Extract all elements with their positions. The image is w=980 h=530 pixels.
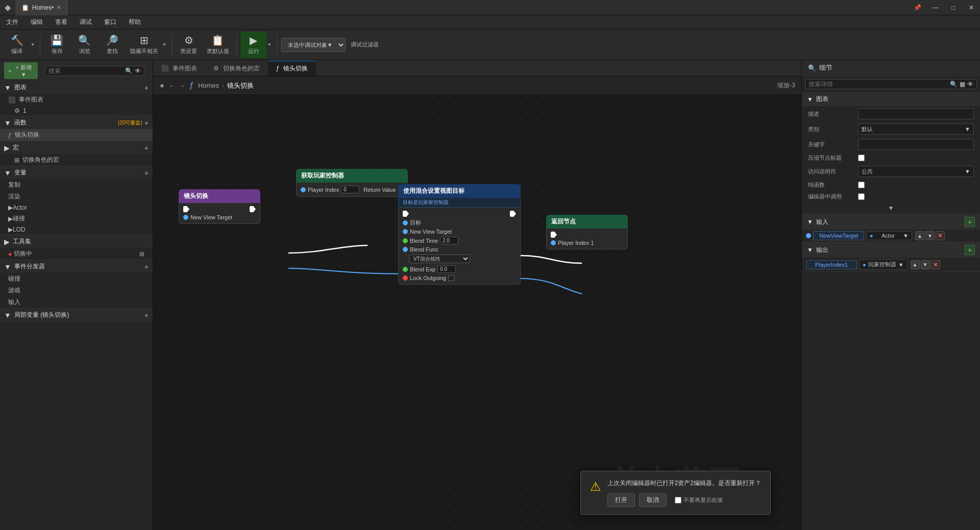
toolkit-header[interactable]: ▶ 工具集 — [0, 235, 153, 248]
compact-title-label: 压缩节点标题 — [808, 154, 854, 162]
hide-arrow[interactable]: ▼ — [161, 42, 167, 47]
input-type-pin — [806, 233, 811, 238]
output-name-field[interactable]: PlayerIndex1 — [806, 260, 857, 269]
run-arrow[interactable]: ▼ — [266, 42, 273, 47]
input-row-1: NewViewTarget ● Actor ▼ ▲ ▼ ✕ — [802, 230, 980, 242]
menu-help[interactable]: 帮助 — [127, 17, 143, 28]
rp-graph-header[interactable]: ▼ 图表 — [802, 92, 980, 106]
output-delete-button[interactable]: ✕ — [931, 260, 940, 269]
menu-file[interactable]: 文件 — [4, 17, 20, 28]
editor-call-checkbox[interactable] — [858, 193, 865, 200]
output-add-button[interactable]: + — [965, 245, 975, 255]
camera-switch-function-item[interactable]: ƒ 镜头切换 — [0, 129, 153, 141]
star-icon[interactable]: ★ — [159, 82, 165, 89]
input-up-button[interactable]: ▲ — [915, 231, 924, 240]
function-header[interactable]: ▼ 函数 (20可覆盖) + — [0, 116, 153, 129]
minimize-button[interactable]: — — [926, 0, 944, 15]
function-add-icon[interactable]: + — [144, 119, 149, 127]
input-add-button[interactable]: + — [965, 217, 975, 227]
ed-game-item[interactable]: 游戏 — [0, 285, 153, 296]
debug-select[interactable]: 未选中调试对象▼ — [281, 38, 346, 52]
output-down-button[interactable]: ▼ — [921, 260, 930, 269]
input-name-field[interactable]: NewViewTarget — [813, 231, 864, 240]
menu-view[interactable]: 查看 — [53, 17, 69, 28]
keywords-input[interactable] — [858, 139, 974, 150]
blend-func-select[interactable]: VT混合线性 — [409, 255, 470, 263]
find-button[interactable]: 🔎 查找 — [100, 32, 125, 58]
eye-icon[interactable]: 👁 — [967, 81, 973, 88]
switching-item[interactable]: ● 切换中 ⊞ — [0, 248, 153, 260]
main-tab[interactable]: 📋 Homes• ✕ — [15, 0, 67, 15]
dialog-cancel-button[interactable]: 取消 — [639, 493, 667, 507]
switch-role-macro-item[interactable]: ⊞ 切换角色的宏 — [0, 154, 153, 166]
pin-button[interactable]: 📌 — [909, 0, 926, 15]
render-var-item[interactable]: 渲染 — [0, 191, 153, 203]
ed-input-item[interactable]: 输入 — [0, 296, 153, 308]
pure-func-checkbox[interactable] — [858, 182, 865, 188]
collision-var-item[interactable]: ▶ 碰撞 — [0, 213, 153, 224]
grid-icon[interactable]: ▦ — [960, 81, 965, 88]
blend-time-input[interactable] — [440, 237, 458, 244]
event-dispatcher-header[interactable]: ▼ 事件分发器 + — [0, 260, 153, 273]
menu-window[interactable]: 窗口 — [102, 17, 118, 28]
tab-switch-role[interactable]: ⚙ 切换角色的宏 — [205, 61, 267, 76]
input-down-button[interactable]: ▼ — [925, 231, 935, 240]
event-graph-item[interactable]: ⬛ 事件图表 — [0, 94, 153, 106]
variable-header[interactable]: ▼ 变量 + — [0, 166, 153, 179]
event-dispatcher-add-icon[interactable]: + — [144, 263, 149, 271]
class-defaults-button[interactable]: 📋 类默认值 — [204, 32, 232, 58]
graph-add-icon[interactable]: + — [144, 84, 149, 92]
rp-input-header[interactable]: ▼ 输入 + — [802, 214, 980, 230]
local-var-add-icon[interactable]: + — [144, 311, 149, 319]
compile-arrow[interactable]: ▼ — [30, 42, 36, 47]
new-add-button[interactable]: + + 新增▼ — [4, 62, 38, 79]
forward-button[interactable]: → — [179, 82, 185, 89]
save-button[interactable]: 💾 保存 — [44, 32, 70, 58]
blend-exp-input[interactable] — [437, 265, 456, 273]
output-up-button[interactable]: ▲ — [911, 260, 920, 269]
compile-button[interactable]: 🔨 编译 — [4, 32, 30, 58]
lock-outgoing-checkbox[interactable] — [448, 275, 454, 281]
run-button[interactable]: ▶ 运行 — [241, 32, 266, 58]
description-input[interactable] — [858, 108, 974, 119]
expand-icon[interactable]: ▼ — [888, 205, 894, 212]
player-index-input[interactable] — [341, 186, 359, 193]
back-button[interactable]: ← — [169, 82, 175, 89]
input-type-select[interactable]: ● Actor ▼ — [866, 231, 912, 240]
variable-add-icon[interactable]: + — [144, 169, 149, 177]
lod-var-item[interactable]: ▶ LOD — [0, 224, 153, 235]
class-settings-button[interactable]: ⚙ 类设置 — [176, 32, 202, 58]
event-graph-sub-item[interactable]: ⚙ 1 — [0, 106, 153, 116]
hide-unrelated-button[interactable]: ⊞ 隐藏不相关 — [127, 32, 161, 58]
tab-camera-switch[interactable]: ƒ 镜头切换 — [268, 61, 316, 76]
local-var-header[interactable]: ▼ 局部变量 (镜头切换) + — [0, 309, 153, 321]
rp-output-header[interactable]: ▼ 输出 + — [802, 242, 980, 258]
no-show-checkbox[interactable] — [675, 497, 681, 503]
search-input[interactable] — [48, 67, 125, 74]
menu-edit[interactable]: 编辑 — [29, 17, 45, 28]
breadcrumb-root[interactable]: Homes — [198, 82, 219, 89]
tab-close-button[interactable]: ✕ — [57, 5, 61, 10]
actor-var-item[interactable]: ▶ Actor — [0, 203, 153, 213]
macro-header[interactable]: ▶ 宏 + — [0, 141, 153, 154]
category-dropdown-icon: ▼ — [965, 126, 970, 132]
macro-add-icon[interactable]: + — [144, 144, 149, 152]
output-type-select[interactable]: ● 玩家控制器 ▼ — [859, 259, 908, 270]
copy-var-item[interactable]: 复制 — [0, 179, 153, 191]
maximize-button[interactable]: □ — [944, 0, 962, 15]
graph-header[interactable]: ▼ 图表 + — [0, 81, 153, 94]
dialog-open-button[interactable]: 打开 — [607, 493, 635, 507]
compact-title-checkbox[interactable] — [858, 155, 865, 161]
access-select[interactable]: 公共 ▼ — [858, 166, 974, 177]
ed-collision-item[interactable]: 碰撞 — [0, 273, 153, 285]
tab-event-graph[interactable]: ⬛ 事件图表 — [153, 61, 205, 76]
menu-debug[interactable]: 调试 — [78, 17, 94, 28]
close-button[interactable]: ✕ — [962, 0, 980, 15]
canvas[interactable]: 关卡蓝图 镜头切换 — [153, 95, 801, 530]
details-search-input[interactable] — [808, 81, 950, 88]
category-select[interactable]: 默认 ▼ — [858, 123, 974, 135]
browse-button[interactable]: 🔍 浏览 — [72, 32, 97, 58]
debug-filter-button[interactable]: 调试过滤器 — [348, 32, 382, 58]
input-delete-button[interactable]: ✕ — [936, 231, 945, 240]
details-icon: 🔍 — [808, 64, 816, 72]
